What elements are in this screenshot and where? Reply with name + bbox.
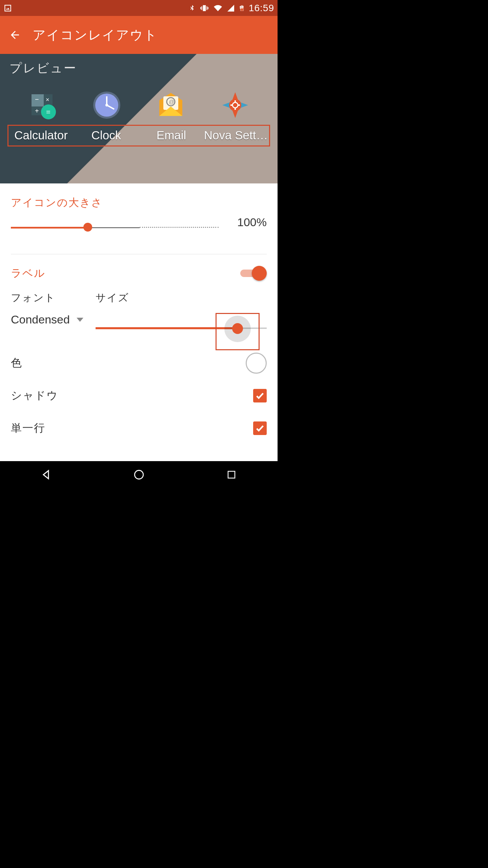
navigation-bar [0, 461, 278, 488]
slider-track-dotted [140, 227, 219, 228]
app-bar: アイコンレイアウト [0, 16, 278, 54]
preview-panel: プレビュー − × + = [0, 54, 278, 183]
preview-icon-row: − × + = [0, 77, 278, 120]
color-label: 色 [11, 356, 22, 371]
svg-marker-26 [43, 471, 48, 479]
chevron-down-icon [77, 318, 83, 322]
icon-size-title: アイコンの大きさ [11, 196, 267, 210]
svg-rect-24 [230, 104, 232, 106]
svg-text:@: @ [169, 99, 174, 105]
preview-app-clock [75, 90, 139, 120]
shadow-label: シャドウ [11, 388, 58, 403]
svg-rect-25 [238, 104, 240, 106]
label-size-slider[interactable] [96, 313, 267, 343]
battery-icon: 57 [239, 3, 245, 13]
calculator-app-icon: − × + = [27, 90, 57, 120]
nav-recents-button[interactable] [211, 465, 252, 485]
slider-thumb[interactable] [232, 323, 243, 334]
labels-title: ラベル [11, 266, 45, 280]
check-icon [255, 391, 265, 400]
battery-text: 57 [240, 6, 243, 9]
font-label: フォント [11, 291, 82, 305]
clock-app-icon [92, 90, 122, 120]
status-bar: 57 16:59 [0, 0, 278, 16]
vibrate-icon [199, 4, 209, 13]
wifi-icon [213, 4, 223, 12]
preview-label-nova: Nova Settin… [204, 126, 269, 145]
switch-thumb [252, 266, 267, 281]
svg-rect-23 [235, 108, 236, 110]
svg-text:−: − [35, 96, 39, 103]
font-value: Condensed [11, 313, 70, 326]
preview-app-nova-settings [203, 90, 267, 120]
device-frame: 57 16:59 アイコンレイアウト プレビュー − × [0, 0, 278, 488]
arrow-back-icon [9, 29, 21, 41]
square-recents-icon [226, 470, 237, 480]
status-time: 16:59 [249, 3, 274, 14]
divider [11, 254, 267, 254]
check-icon [255, 423, 265, 433]
label-size-label: サイズ [96, 291, 267, 305]
nav-back-button[interactable] [26, 465, 67, 485]
nova-settings-app-icon [220, 90, 250, 120]
settings-body: アイコンの大きさ 100% ラベル フォント Condensed [0, 183, 278, 445]
back-button[interactable] [5, 25, 24, 44]
bluetooth-icon [188, 4, 196, 13]
circle-home-icon [133, 469, 145, 480]
preview-label-clock: Clock [74, 126, 139, 145]
cell-signal-icon [226, 4, 235, 12]
single-line-checkbox[interactable] [253, 421, 267, 435]
preview-label-calculator: Calculator [8, 126, 74, 145]
shadow-checkbox[interactable] [253, 389, 267, 402]
nav-home-button[interactable] [119, 465, 159, 485]
preview-app-calculator: − × + = [10, 90, 75, 120]
svg-text:+: + [35, 107, 39, 115]
preview-label-email: Email [139, 126, 204, 145]
icon-size-value: 100% [229, 216, 267, 229]
triangle-back-icon [40, 469, 53, 481]
labels-toggle[interactable] [240, 266, 267, 281]
label-color-swatch[interactable] [246, 353, 267, 374]
preview-heading: プレビュー [0, 54, 278, 77]
svg-point-12 [105, 104, 108, 106]
picture-icon [3, 4, 12, 13]
preview-labels-highlight: Calculator Clock Email Nova Settin… [7, 125, 270, 146]
svg-text:×: × [46, 96, 49, 103]
preview-app-email: @ [139, 90, 203, 120]
svg-rect-22 [235, 100, 236, 102]
page-title: アイコンレイアウト [33, 26, 158, 44]
email-app-icon: @ [156, 90, 186, 120]
svg-point-27 [135, 470, 143, 479]
font-dropdown[interactable]: Condensed [11, 313, 82, 326]
svg-text:=: = [46, 108, 50, 116]
slider-thumb[interactable] [83, 223, 92, 232]
single-line-label: 単一行 [11, 421, 45, 436]
slider-fill [11, 227, 88, 229]
icon-size-slider[interactable] [11, 221, 219, 234]
svg-rect-28 [228, 471, 235, 478]
